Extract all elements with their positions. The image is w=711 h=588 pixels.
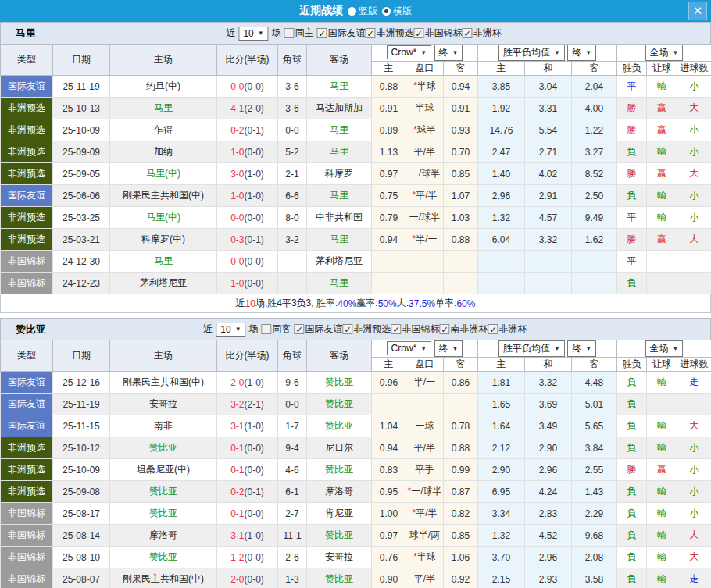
recent-count-select[interactable]: 10▼ [238,27,268,41]
cell-mean-draw: 2.90 [525,437,572,459]
competition-filter[interactable]: ✓非国锦标 [391,323,440,336]
match-row: 国际友谊25-11-19安哥拉3-2(2-1)0-0赞比亚1.653.695.0… [1,394,711,415]
competition-filter[interactable]: ✓非国锦标 [414,27,463,40]
title-bar: 近期战绩 竖版 横版 ✕ [0,0,711,22]
cell-home-team: 科摩罗(中) [110,229,217,251]
checkbox-icon[interactable]: ✓ [414,28,424,38]
competition-filter[interactable]: ✓非洲杯 [488,323,527,336]
cell-away-team: 赞比亚 [307,459,372,481]
competition-filter-label: 非国锦标 [402,323,440,336]
cell-result-goals: 小 [677,119,711,141]
cell-odds-home: 1.00 [372,503,406,525]
checkbox-icon[interactable]: ✓ [463,28,473,38]
odds-stage-select[interactable]: 终▼ [434,45,463,61]
cell-away-team: 尼日尔 [307,437,372,459]
section-header: 赞比亚 近 10▼ 场 同客 ✓国际友谊✓非洲预选✓非国锦标✓南非洲杯✓非洲杯 [0,318,711,340]
cell-date: 25-03-21 [53,229,110,251]
cell-mean-draw: 2.93 [525,568,572,588]
radio-icon-vertical[interactable] [348,7,356,16]
summary-segment: 37.5% [409,298,435,309]
cell-score: 2-0(1-0) [217,372,278,394]
recent-count-select[interactable]: 10▼ [216,323,245,337]
cell-result-goals: 走 [677,372,711,394]
cell-home-team: 南非 [110,415,217,437]
layout-option-vertical[interactable]: 竖版 [348,5,377,18]
competition-filter[interactable]: ✓非洲杯 [463,27,502,40]
scope-select[interactable]: 全场▼ [645,45,684,61]
cell-result-handicap [647,273,677,294]
half-time-score: (0-0) [245,465,264,476]
cell-odds-home [372,394,406,415]
page-title: 近期战绩 [299,4,343,18]
cell-result-wdl: 勝 [617,229,647,251]
bookmaker-select[interactable]: Crow*▼ [387,45,432,59]
competition-filter[interactable]: ✓非洲预选 [366,27,414,40]
col-header-date: 日期 [53,340,110,372]
cell-result-wdl: 勝 [617,459,647,481]
competition-filter[interactable]: ✓非洲预选 [343,323,391,336]
same-venue-filter[interactable]: 同主 [284,27,314,40]
checkbox-icon[interactable]: ✓ [391,324,402,334]
full-time-score: 3-1 [230,421,244,432]
full-time-score: 0-1 [230,443,244,454]
checkbox-icon[interactable]: ✓ [295,324,305,334]
cell-corners: 4-6 [278,459,307,481]
cell-mean-draw: 3.31 [525,98,572,119]
cell-mean-draw: 2.96 [525,547,572,568]
layout-option-horizontal[interactable]: 横版 [382,5,412,18]
mean-select[interactable]: 胜平负均值▼ [498,340,565,357]
cell-mean-home: 2.90 [478,459,525,481]
mean-select[interactable]: 胜平负均值▼ [498,45,565,61]
checkbox-icon[interactable]: ✓ [488,324,498,334]
checkbox-icon[interactable]: ✓ [440,324,450,334]
cell-odds-home: 0.95 [372,481,406,503]
cell-corners: 11-1 [278,525,307,547]
checkbox-icon[interactable]: ✓ [366,28,376,38]
cell-away-team: 马里 [307,141,372,163]
cell-mean-home: 2.15 [478,568,525,588]
checkbox-icon[interactable]: ✓ [343,324,353,334]
half-time-score: (0-0) [245,508,264,519]
cell-odds-away: 0.85 [444,163,478,185]
cell-date: 25-11-15 [53,415,110,437]
sub-header-mean-home: 主 [478,358,525,372]
cell-odds-away [444,394,478,415]
scope-select[interactable]: 全场▼ [645,340,684,357]
col-header-away: 客场 [307,45,372,76]
competition-filter[interactable]: ✓南非洲杯 [440,323,488,336]
cell-home-team: 刚果民主共和国(中) [110,185,217,207]
cell-result-goals: 大 [677,98,711,119]
cell-odds-away: 0.93 [444,119,478,141]
cell-result-wdl: 負 [617,547,647,568]
bookmaker-select[interactable]: Crow*▼ [387,341,432,355]
competition-filter[interactable]: ✓国际友谊 [295,323,343,336]
cell-date: 25-08-10 [53,547,110,568]
team-name: 赞比亚 [16,323,46,337]
odds-stage-select[interactable]: 终▼ [434,340,463,357]
cell-result-wdl: 負 [617,525,647,547]
cell-result-handicap [647,251,677,273]
handicap-star: * [413,551,417,562]
dropdown-arrow-icon: ▼ [258,30,264,37]
same-venue-filter[interactable]: 同客 [262,323,291,336]
checkbox-icon[interactable] [284,28,295,38]
checkbox-icon[interactable] [262,324,272,334]
cell-score: 0-1(0-0) [217,437,278,459]
competition-filter[interactable]: ✓国际友谊 [317,27,366,40]
cell-result-goals: 小 [677,76,711,98]
half-time-score: (0-0) [245,147,264,158]
cell-result-wdl: 負 [617,185,647,207]
cell-mean-away: 3.58 [572,568,617,588]
full-time-score: 2-0 [230,574,244,585]
cell-score: 0-1(0-0) [217,503,278,525]
cell-corners: 0-0 [278,119,307,141]
match-row: 非国锦标24-12-30马里0-0(0-0)茅利塔尼亚平 [1,251,711,273]
checkbox-icon[interactable]: ✓ [317,28,327,38]
close-icon[interactable]: ✕ [688,2,707,20]
mean-stage-select[interactable]: 终▼ [567,45,596,61]
radio-icon-horizontal[interactable] [382,7,391,16]
mean-stage-select[interactable]: 终▼ [567,340,596,357]
col-header-corner: 角球 [278,45,307,76]
cell-away-team: 马里 [307,273,372,294]
cell-mean-away: 5.65 [572,415,617,437]
